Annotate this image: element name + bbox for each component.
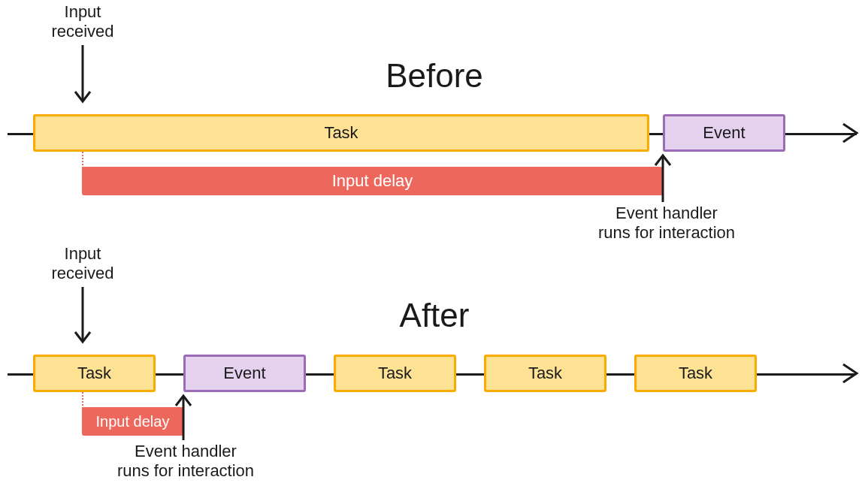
axis-before-left bbox=[8, 133, 34, 135]
block-event-before: Event bbox=[663, 114, 785, 152]
dotted-after bbox=[82, 392, 83, 409]
block-task-after-4: Task bbox=[634, 355, 757, 392]
diagram-root: Before Input received Task Event Input d… bbox=[0, 0, 868, 486]
axis-after-seg3 bbox=[456, 373, 484, 376]
annot-event-handler-before: Event handler runs for interaction bbox=[588, 204, 746, 243]
axis-before-arrowhead bbox=[857, 133, 857, 134]
label-event-after: Event bbox=[223, 364, 265, 383]
block-task-after-2: Task bbox=[334, 355, 456, 392]
arrow-input-received-after bbox=[83, 287, 83, 347]
block-event-after: Event bbox=[183, 355, 306, 392]
block-task-after-3: Task bbox=[484, 355, 606, 392]
block-task-before: Task bbox=[33, 114, 649, 152]
label-task-before: Task bbox=[324, 123, 358, 143]
axis-after-seg0 bbox=[8, 373, 33, 376]
arrow-input-received-before bbox=[83, 45, 83, 105]
dotted-before bbox=[82, 152, 83, 168]
annot-input-received-before: Input received bbox=[41, 2, 124, 42]
axis-before-mid bbox=[649, 133, 663, 135]
axis-after-arrowhead bbox=[857, 373, 857, 374]
axis-after-seg2 bbox=[306, 373, 334, 376]
block-input-delay-before: Input delay bbox=[82, 167, 663, 195]
block-input-delay-after: Input delay bbox=[82, 407, 183, 436]
axis-after-seg1 bbox=[156, 373, 183, 376]
label-event-before: Event bbox=[703, 123, 745, 143]
axis-before-right bbox=[785, 133, 857, 135]
label-input-delay-after: Input delay bbox=[96, 413, 170, 430]
axis-after-seg5 bbox=[757, 373, 854, 376]
label-task-after-1: Task bbox=[77, 364, 111, 383]
annot-event-handler-after: Event handler runs for interaction bbox=[107, 442, 265, 481]
label-task-after-4: Task bbox=[679, 364, 712, 383]
label-task-after-3: Task bbox=[528, 364, 562, 383]
arrow-event-handler-after bbox=[183, 394, 184, 440]
annot-input-received-after: Input received bbox=[41, 244, 124, 284]
axis-after-seg4 bbox=[606, 373, 634, 376]
label-input-delay-before: Input delay bbox=[332, 171, 413, 191]
title-before: Before bbox=[359, 57, 510, 95]
label-task-after-2: Task bbox=[378, 364, 412, 383]
block-task-after-1: Task bbox=[33, 355, 156, 392]
title-after: After bbox=[359, 297, 510, 334]
arrow-event-handler-before bbox=[663, 153, 664, 202]
